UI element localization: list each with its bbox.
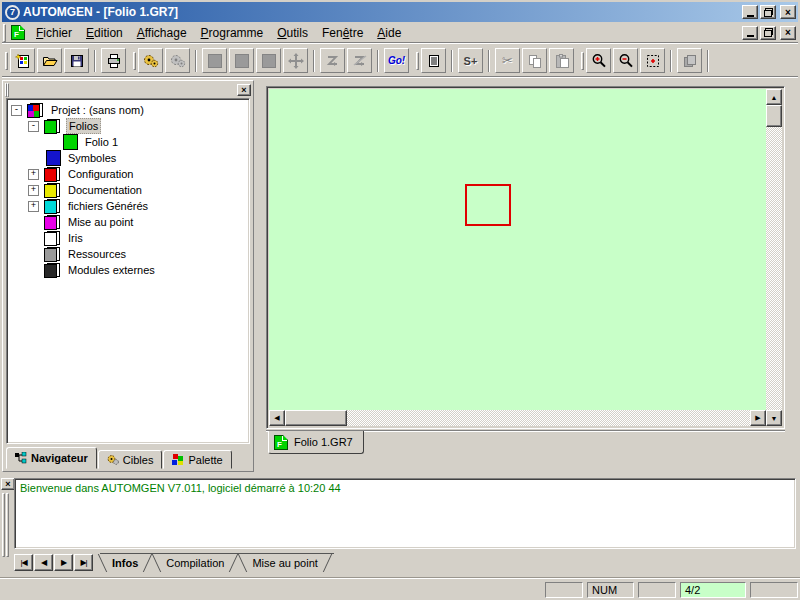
tree-item-documentation[interactable]: +Documentation — [7, 182, 249, 198]
collapse-box-icon[interactable]: - — [11, 105, 22, 116]
go-icon: Go! — [388, 55, 405, 66]
zoom-out-button[interactable] — [613, 48, 638, 73]
print-button[interactable] — [101, 48, 126, 73]
move-mode-button[interactable] — [283, 48, 308, 73]
toolbar-gripper[interactable] — [416, 52, 419, 70]
zoom-in-button[interactable] — [586, 48, 611, 73]
tab-cibles[interactable]: Cibles — [98, 450, 163, 469]
first-page-button[interactable]: |◀ — [14, 554, 33, 571]
cut-button[interactable]: ✂ — [495, 48, 520, 73]
output-panel: × Bienvenue dans AUTOMGEN V7.011, logici… — [0, 477, 800, 574]
close-icon: × — [5, 479, 10, 489]
tree-item-folio-1[interactable]: Folio 1 — [7, 134, 249, 150]
panel-gripper[interactable] — [2, 493, 14, 557]
scroll-up-button[interactable]: ▲ — [766, 89, 782, 105]
tab-palette[interactable]: Palette — [163, 450, 231, 469]
tree-item-iris[interactable]: Iris — [7, 230, 249, 246]
tab-compilation[interactable]: Compilation — [150, 554, 240, 572]
scroll-right-button[interactable]: ▶ — [750, 410, 766, 426]
tree-item-configuration[interactable]: +Configuration — [7, 166, 249, 182]
messages-box[interactable]: Bienvenue dans AUTOMGEN V7.011, logiciel… — [14, 478, 796, 549]
horizontal-scroll-thumb[interactable] — [285, 410, 347, 426]
symbol-list-button[interactable] — [421, 48, 446, 73]
tree-item-fichiers-generes[interactable]: +fichiers Générés — [7, 198, 249, 214]
symbol-add-button[interactable]: S+ — [458, 48, 483, 73]
expand-box-icon[interactable]: + — [28, 201, 39, 212]
scroll-left-button[interactable]: ◀ — [269, 410, 285, 426]
status-bar: NUM 4/2 — [0, 577, 800, 600]
menu-programme[interactable]: Programme — [194, 24, 271, 42]
toolbar-gripper[interactable] — [5, 52, 8, 70]
grafcet-step-rectangle[interactable] — [465, 184, 511, 226]
placeholder-button-3[interactable] — [256, 48, 281, 73]
menu-aide[interactable]: Aide — [370, 24, 408, 42]
step-button-2[interactable] — [347, 48, 372, 73]
panel-gripper[interactable] — [5, 84, 234, 96]
tree-item-projet[interactable]: -Projet : (sans nom) — [7, 102, 249, 118]
restore-icon — [764, 28, 773, 37]
mdi-minimize-button[interactable] — [742, 26, 758, 40]
minimize-button[interactable] — [742, 5, 758, 19]
compile-run-button[interactable] — [138, 48, 163, 73]
mdi-close-button[interactable]: × — [780, 26, 796, 40]
floppy-disk-icon — [69, 53, 85, 69]
navigator-close-button[interactable]: × — [237, 84, 251, 96]
collapse-box-icon[interactable]: - — [28, 121, 39, 132]
drawing-canvas[interactable] — [269, 89, 767, 411]
expand-box-icon[interactable]: + — [28, 169, 39, 180]
title-bar[interactable]: 7 AUTOMGEN - [Folio 1.GR7] × — [2, 2, 798, 22]
status-cell-1 — [545, 582, 583, 598]
tree-item-ressources[interactable]: Ressources — [7, 246, 249, 262]
copy-button[interactable] — [522, 48, 547, 73]
menu-fenetre[interactable]: Fenêtre — [315, 24, 370, 42]
step-button-1[interactable] — [320, 48, 345, 73]
tab-infos[interactable]: Infos — [96, 554, 154, 572]
nav-prev-icon: ◀ — [41, 558, 46, 567]
paste-button[interactable] — [549, 48, 574, 73]
toolbar-gripper[interactable] — [581, 52, 584, 70]
go-button[interactable]: Go! — [384, 48, 409, 73]
tab-navigateur[interactable]: Navigateur — [6, 447, 97, 469]
zoom-in-icon — [591, 53, 607, 69]
menu-edition[interactable]: Edition — [79, 24, 130, 42]
folios-icon — [44, 119, 61, 134]
welcome-message: Bienvenue dans AUTOMGEN V7.011, logiciel… — [15, 479, 795, 497]
zoom-out-icon — [618, 53, 634, 69]
horizontal-scroll-track[interactable] — [347, 410, 750, 426]
output-close-button[interactable]: × — [1, 478, 15, 490]
navigator-panel: × -Projet : (sans nom) -Folios Folio 1 S… — [2, 80, 254, 472]
mdi-restore-button[interactable] — [760, 26, 776, 40]
documentation-icon — [44, 183, 61, 198]
open-button[interactable] — [37, 48, 62, 73]
scroll-down-button[interactable]: ▼ — [766, 410, 782, 426]
next-page-button[interactable]: ▶ — [54, 554, 73, 571]
tree-item-mise-au-point[interactable]: Mise au point — [7, 214, 249, 230]
expand-box-icon[interactable]: + — [28, 185, 39, 196]
menu-fichier[interactable]: Fichier — [29, 24, 79, 42]
tab-mise-au-point[interactable]: Mise au point — [236, 554, 333, 572]
copy-icon — [527, 53, 543, 69]
menubar-gripper[interactable] — [3, 24, 6, 42]
print-preview-button[interactable] — [677, 48, 702, 73]
tree-item-modules-externes[interactable]: Modules externes — [7, 262, 249, 278]
save-button[interactable] — [64, 48, 89, 73]
tree-item-folios[interactable]: -Folios — [7, 118, 249, 134]
zoom-selection-button[interactable] — [640, 48, 665, 73]
restore-button[interactable] — [760, 5, 776, 19]
previous-page-button[interactable]: ◀ — [34, 554, 53, 571]
preview-pages-icon — [682, 53, 698, 69]
close-button[interactable]: × — [780, 5, 796, 19]
vertical-scroll-thumb[interactable] — [766, 105, 782, 127]
new-button[interactable] — [10, 48, 35, 73]
last-page-button[interactable]: ▶| — [74, 554, 93, 571]
tree-item-symboles[interactable]: Symboles — [7, 150, 249, 166]
tab-folio-1-gr7[interactable]: F Folio 1.GR7 — [268, 431, 364, 454]
compile-button[interactable] — [165, 48, 190, 73]
s-plus-icon: S+ — [464, 55, 478, 67]
menu-affichage[interactable]: Affichage — [130, 24, 194, 42]
toolbar-gripper[interactable] — [133, 52, 136, 70]
vertical-scroll-track[interactable] — [766, 127, 782, 410]
placeholder-button-2[interactable] — [229, 48, 254, 73]
menu-outils[interactable]: Outils — [270, 24, 315, 42]
placeholder-button-1[interactable] — [202, 48, 227, 73]
